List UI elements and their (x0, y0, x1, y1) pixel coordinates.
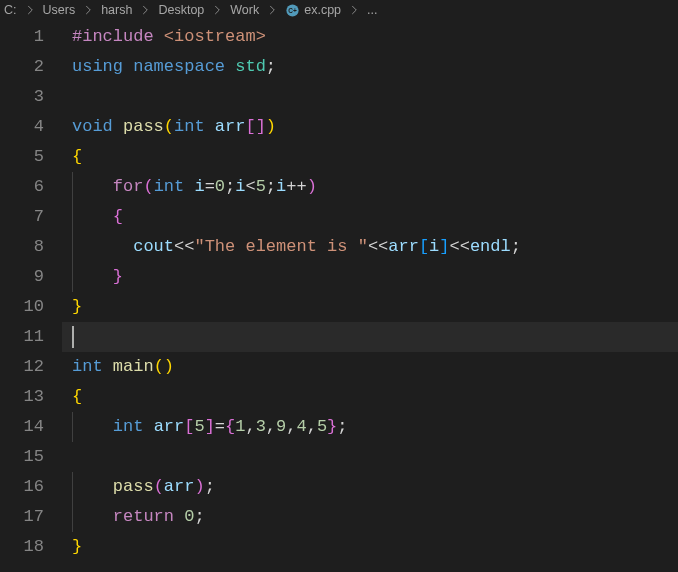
code-token: { (113, 207, 123, 226)
code-token: namespace (133, 57, 225, 76)
code-line[interactable]: } (62, 532, 678, 562)
code-token: [] (245, 117, 265, 136)
code-token (174, 507, 184, 526)
code-line[interactable] (62, 322, 678, 352)
indent-guide (72, 502, 73, 532)
code-token: << (368, 237, 388, 256)
code-token: int (174, 117, 205, 136)
code-token: ; (205, 477, 215, 496)
code-token: void (72, 117, 113, 136)
code-token: arr (215, 117, 246, 136)
code-token: ] (205, 417, 215, 436)
code-token: { (72, 387, 82, 406)
code-token (123, 57, 133, 76)
line-number: 14 (0, 412, 44, 442)
breadcrumb-item[interactable]: harsh (101, 3, 132, 17)
breadcrumb: C: Users harsh Desktop Work C+ ex.cpp ..… (0, 0, 678, 22)
code-line[interactable]: { (62, 142, 678, 172)
breadcrumb-ellipsis[interactable]: ... (367, 3, 377, 17)
code-content[interactable]: #include <iostream>using namespace std;v… (62, 22, 678, 562)
code-line[interactable]: #include <iostream> (62, 22, 678, 52)
code-token: () (154, 357, 174, 376)
code-token: return (113, 507, 174, 526)
code-line[interactable] (62, 442, 678, 472)
indent-guide (72, 202, 73, 232)
code-line[interactable]: using namespace std; (62, 52, 678, 82)
code-line[interactable]: for(int i=0;i<5;i++) (62, 172, 678, 202)
code-token: #include (72, 27, 164, 46)
svg-text:C+: C+ (288, 7, 297, 14)
code-token: 9 (276, 417, 286, 436)
line-number: 3 (0, 82, 44, 112)
breadcrumb-file[interactable]: ex.cpp (304, 3, 341, 17)
line-number: 13 (0, 382, 44, 412)
code-line[interactable]: void pass(int arr[]) (62, 112, 678, 142)
code-line[interactable]: pass(arr); (62, 472, 678, 502)
indent-guide (72, 232, 73, 262)
code-token: pass (123, 117, 164, 136)
breadcrumb-item[interactable]: Users (43, 3, 76, 17)
code-token (113, 117, 123, 136)
code-token (205, 117, 215, 136)
code-token: ( (164, 117, 174, 136)
code-token: , (307, 417, 317, 436)
line-number: 10 (0, 292, 44, 322)
code-token: 5 (256, 177, 266, 196)
code-line[interactable] (62, 82, 678, 112)
code-token: for (113, 177, 144, 196)
code-line[interactable]: { (62, 382, 678, 412)
code-line[interactable]: int arr[5]={1,3,9,4,5}; (62, 412, 678, 442)
code-token: <iostream> (164, 27, 266, 46)
code-token: 3 (256, 417, 266, 436)
chevron-right-icon (347, 3, 361, 17)
code-token: << (174, 237, 194, 256)
code-token: using (72, 57, 123, 76)
code-token: , (266, 417, 276, 436)
code-token: << (450, 237, 470, 256)
line-number: 7 (0, 202, 44, 232)
line-number: 15 (0, 442, 44, 472)
line-number: 16 (0, 472, 44, 502)
line-number-gutter: 123456789101112131415161718 (0, 22, 62, 562)
code-line[interactable]: { (62, 202, 678, 232)
line-number: 18 (0, 532, 44, 562)
code-line[interactable]: } (62, 262, 678, 292)
line-number: 2 (0, 52, 44, 82)
indent-guide (72, 172, 73, 202)
code-token: } (113, 267, 123, 286)
code-line[interactable]: } (62, 292, 678, 322)
code-token: ; (194, 507, 204, 526)
code-token: ; (266, 57, 276, 76)
code-token: ; (337, 417, 347, 436)
line-number: 4 (0, 112, 44, 142)
chevron-right-icon (23, 3, 37, 17)
indent-guide (72, 472, 73, 502)
code-line[interactable]: return 0; (62, 502, 678, 532)
code-token: ; (266, 177, 276, 196)
code-token: 0 (215, 177, 225, 196)
code-token: } (72, 537, 82, 556)
code-token: ++ (286, 177, 306, 196)
code-token: 5 (194, 417, 204, 436)
line-number: 11 (0, 322, 44, 352)
code-line[interactable]: int main() (62, 352, 678, 382)
code-line[interactable]: cout<<"The element is "<<arr[i]<<endl; (62, 232, 678, 262)
breadcrumb-item[interactable]: Desktop (158, 3, 204, 17)
code-token: ; (511, 237, 521, 256)
code-token: } (327, 417, 337, 436)
code-editor[interactable]: 123456789101112131415161718 #include <io… (0, 22, 678, 562)
code-token: ] (439, 237, 449, 256)
code-token: 0 (184, 507, 194, 526)
code-token: , (245, 417, 255, 436)
breadcrumb-item[interactable]: Work (230, 3, 259, 17)
code-token: main (113, 357, 154, 376)
code-token (113, 237, 133, 256)
code-token: = (215, 417, 225, 436)
breadcrumb-item[interactable]: C: (4, 3, 17, 17)
code-token: i (276, 177, 286, 196)
chevron-right-icon (81, 3, 95, 17)
code-token: ) (307, 177, 317, 196)
code-token: arr (154, 417, 185, 436)
indent-guide (72, 412, 73, 442)
code-token: int (113, 417, 144, 436)
